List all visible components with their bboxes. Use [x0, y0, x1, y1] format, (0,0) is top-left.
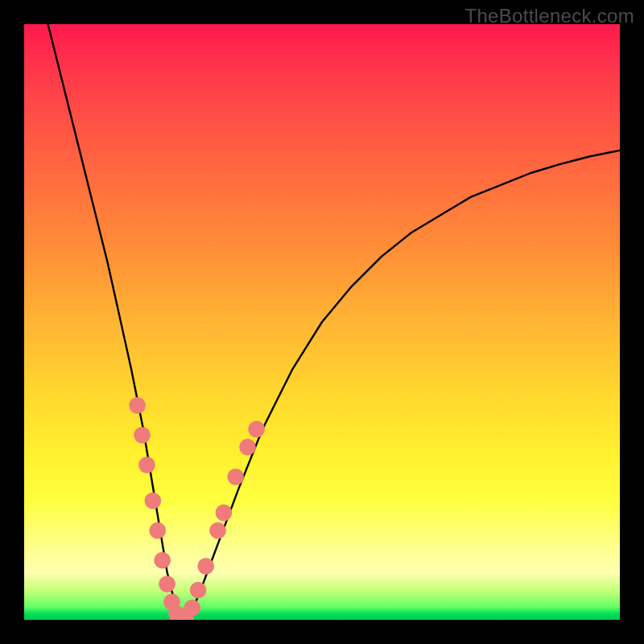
plot-area: [24, 24, 620, 620]
highlight-dot: [239, 439, 256, 456]
highlight-dot: [190, 582, 207, 599]
bottleneck-curve: [48, 24, 620, 620]
highlight-dot: [197, 558, 214, 575]
highlight-dot: [134, 427, 151, 444]
curve-svg: [24, 24, 620, 620]
highlight-dot: [129, 397, 146, 414]
highlight-dots: [129, 397, 265, 620]
highlight-dot: [248, 421, 265, 438]
highlight-dot: [149, 522, 166, 539]
highlight-dot: [184, 600, 200, 617]
highlight-dot: [216, 504, 233, 521]
highlight-dot: [159, 576, 175, 592]
highlight-dot: [154, 552, 171, 569]
highlight-dot: [209, 522, 226, 539]
highlight-dot: [227, 469, 244, 485]
highlight-dot: [144, 493, 161, 510]
chart-frame: TheBottleneck.com: [0, 0, 644, 644]
highlight-dot: [138, 456, 155, 473]
